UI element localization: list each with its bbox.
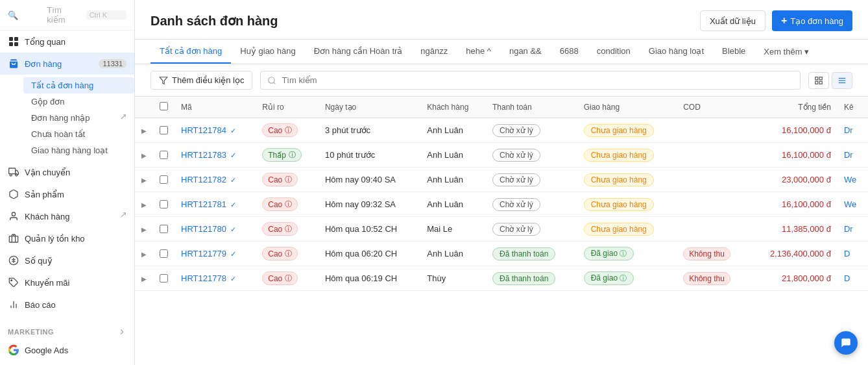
table-body: ▶ HRT121784 ✓ Cao ⓘ 3 phút trước Anh Luâ…	[135, 118, 868, 291]
order-id[interactable]: HRT121778	[181, 273, 226, 283]
tab-giao-loat[interactable]: Giao hàng loạt	[640, 40, 713, 64]
chat-button[interactable]	[834, 331, 858, 355]
order-id[interactable]: HRT121783	[181, 150, 226, 160]
tab-huy-giao[interactable]: Huỷ giao hàng	[231, 40, 304, 64]
expand-button[interactable]: ▶	[141, 152, 147, 159]
sidebar-search[interactable]: 🔍 Tìm kiếm Ctrl K	[0, 0, 134, 31]
tab-tat-ca[interactable]: Tất cả đơn hàng	[151, 40, 231, 64]
col-ke: Kê	[838, 97, 868, 118]
svg-rect-17	[819, 77, 822, 79]
note-cell: We	[838, 168, 868, 192]
sidebar-item-label: Khách hàng	[25, 212, 69, 221]
order-id[interactable]: HRT121780	[181, 224, 226, 234]
row-checkbox[interactable]	[160, 126, 168, 134]
expand-button[interactable]: ▶	[141, 177, 147, 184]
add-filter-button[interactable]: Thêm điều kiện lọc	[151, 71, 252, 90]
sidebar-item-san-pham[interactable]: Sản phẩm	[0, 183, 134, 205]
table-row: ▶ HRT121783 ✓ Thấp ⓘ 10 phút trước Anh L…	[135, 143, 868, 168]
row-checkbox[interactable]	[160, 225, 168, 233]
tab-6688[interactable]: 6688	[551, 40, 588, 64]
search-input[interactable]	[282, 75, 793, 85]
list-view-button[interactable]	[832, 72, 852, 89]
cart-icon	[8, 58, 19, 69]
expand-button[interactable]: ▶	[141, 127, 147, 134]
expand-button[interactable]: ▶	[141, 201, 147, 208]
expand-button[interactable]: ▶	[141, 275, 147, 283]
tab-ngan-and[interactable]: ngan &&	[500, 40, 551, 64]
sidebar-item-so-quy[interactable]: Số quỹ	[0, 249, 134, 271]
row-checkbox[interactable]	[160, 200, 168, 208]
risk-badge: Cao ⓘ	[262, 247, 298, 260]
cod-cell	[677, 168, 749, 192]
order-id[interactable]: HRT121781	[181, 199, 226, 209]
order-id[interactable]: HRT121782	[181, 175, 226, 184]
amount-value: 21,800,000 đ	[782, 273, 831, 283]
tab-bleble[interactable]: Bleble	[713, 40, 754, 64]
check-cell	[153, 118, 175, 143]
tab-condition[interactable]: condition	[588, 40, 640, 64]
sidebar-item-khuyen-mai[interactable]: Khuyến mãi	[0, 271, 134, 294]
svg-rect-3	[14, 42, 18, 46]
user-icon	[8, 210, 19, 222]
order-id-cell: HRT121783 ✓	[175, 143, 256, 168]
sidebar-item-label: Sản phẩm	[25, 190, 64, 199]
create-order-button[interactable]: + Tạo đơn hàng	[772, 10, 852, 31]
row-checkbox[interactable]	[160, 151, 168, 159]
sidebar-item-don-hang[interactable]: Đơn hàng 11331	[0, 53, 134, 75]
shipping-badge: Chưa giao hàng	[584, 223, 654, 236]
list-view-icon	[838, 76, 847, 85]
export-button[interactable]: Xuất dữ liệu	[700, 10, 766, 31]
amount-cell: 11,385,000 đ	[749, 217, 838, 242]
customer-cell: Anh Luân	[420, 118, 486, 143]
sidebar-item-tong-quan[interactable]: Tổng quan	[0, 31, 134, 53]
cod-cell	[677, 143, 749, 168]
tab-hehe[interactable]: hehe ^	[457, 40, 500, 64]
order-id[interactable]: HRT121784	[181, 125, 226, 135]
tab-hoan-tra[interactable]: Đơn hàng cần Hoàn trả	[305, 40, 412, 64]
tab-nganzz[interactable]: ngânzz	[411, 40, 457, 64]
row-checkbox[interactable]	[160, 274, 168, 283]
amount-value: 16,100,000 đ	[782, 150, 831, 160]
verified-icon: ✓	[230, 250, 236, 258]
risk-cell: Cao ⓘ	[256, 266, 319, 291]
sidebar-item-van-chuyen[interactable]: Vận chuyển	[0, 161, 134, 183]
sidebar-item-google-ads[interactable]: Google Ads	[0, 339, 134, 361]
note-cell: D	[838, 242, 868, 266]
sidebar-sub-tat-ca-don-hang[interactable]: Tất cả đơn hàng	[23, 77, 134, 94]
shipping-badge: Chưa giao hàng	[584, 124, 654, 137]
amount-cell: 16,100,000 đ	[749, 143, 838, 168]
main-content: Danh sách đơn hàng Xuất dữ liệu + Tạo đơ…	[135, 0, 868, 365]
note-cell: D	[838, 266, 868, 291]
amount-cell: 23,000,000 đ	[749, 168, 838, 192]
order-id[interactable]: HRT121779	[181, 249, 226, 258]
order-id-cell: HRT121782 ✓	[175, 168, 256, 192]
sidebar-item-bao-cao[interactable]: Báo cáo	[0, 294, 134, 316]
sidebar-item-ton-kho[interactable]: Quản lý tồn kho	[0, 227, 134, 249]
expand-button[interactable]: ▶	[141, 226, 147, 233]
search-box[interactable]	[260, 71, 801, 90]
grid-view-button[interactable]	[808, 72, 829, 89]
col-cod: COD	[677, 97, 749, 118]
sidebar-sub-giao-hang-loat[interactable]: Giao hàng hàng loạt	[23, 142, 134, 158]
sidebar-sub-gop-don[interactable]: Gộp đơn	[23, 94, 134, 110]
date-cell: Hôm qua 06:19 CH	[319, 266, 420, 291]
money-icon	[8, 255, 19, 266]
sidebar-sub-don-hang-nhap[interactable]: Đơn hàng nhập	[23, 110, 134, 126]
expand-button[interactable]: ▶	[141, 251, 147, 258]
order-id-cell: HRT121781 ✓	[175, 192, 256, 217]
select-all-checkbox[interactable]	[160, 102, 168, 110]
sidebar-item-cau-hinh[interactable]: Cấu hình	[0, 361, 134, 365]
tab-xem-them[interactable]: Xem thêm ▾	[754, 40, 817, 63]
table-row: ▶ HRT121782 ✓ Cao ⓘ Hôm nay 09:40 SA Anh…	[135, 168, 868, 192]
col-ngay-tao: Ngày tạo	[319, 97, 420, 118]
cod-cell: Không thu	[677, 266, 749, 291]
table-row: ▶ HRT121778 ✓ Cao ⓘ Hôm qua 06:19 CH Thù…	[135, 266, 868, 291]
row-checkbox[interactable]	[160, 175, 168, 184]
row-checkbox[interactable]	[160, 249, 168, 258]
orders-table: Mã Rủi ro Ngày tạo Khách hàng Thanh toán…	[135, 97, 868, 291]
shipping-cell: Đã giao ⓘ	[577, 242, 677, 266]
amount-cell: 16,100,000 đ	[749, 192, 838, 217]
sidebar-item-khach-hang[interactable]: Khách hàng	[0, 205, 134, 227]
expand-cell: ▶	[135, 217, 153, 242]
sidebar-sub-chua-hoan-tat[interactable]: Chưa hoàn tất	[23, 126, 134, 142]
